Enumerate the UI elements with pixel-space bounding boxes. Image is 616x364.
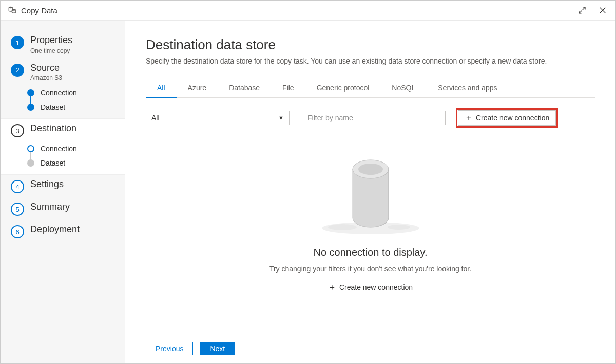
bullet-icon — [27, 159, 34, 167]
substep-label: Connection — [41, 145, 77, 153]
chevron-down-icon: ▼ — [278, 115, 284, 121]
empty-create-new-connection-button[interactable]: ＋ Create new connection — [328, 283, 413, 291]
bullet-icon — [27, 104, 34, 111]
tab-all[interactable]: All — [146, 79, 177, 98]
substep-label: Dataset — [41, 159, 65, 167]
step-number-badge: 4 — [11, 180, 24, 193]
step-title: Summary — [30, 201, 70, 213]
wizard-step-source[interactable]: 2 Source Amazon S3 Connection Dataset — [1, 58, 125, 119]
tab-services-and-apps[interactable]: Services and apps — [427, 79, 508, 98]
filter-type-dropdown[interactable]: All ▼ — [146, 111, 290, 125]
substep-label: Connection — [41, 89, 77, 97]
close-icon[interactable] — [596, 4, 609, 17]
step-number-badge: 6 — [11, 225, 24, 238]
step-title: Source — [30, 63, 62, 74]
empty-state: No connection to display. Try changing y… — [146, 141, 595, 291]
step-title: Destination — [30, 123, 76, 134]
substep-source-connection[interactable]: Connection — [27, 86, 118, 100]
main-panel: Destination data store Specify the desti… — [125, 21, 615, 363]
step-number-badge: 5 — [11, 203, 24, 216]
bullet-icon — [27, 145, 34, 152]
dropdown-value: All — [151, 114, 160, 122]
wizard-step-properties[interactable]: 1 Properties One time copy — [1, 31, 125, 58]
step-title: Properties — [30, 35, 72, 46]
empty-state-hint: Try changing your filters if you don't s… — [270, 265, 471, 273]
wizard-sidebar: 1 Properties One time copy 2 Source Amaz… — [1, 21, 125, 363]
step-subtitle: One time copy — [30, 47, 72, 54]
empty-database-icon — [314, 141, 427, 238]
step-subtitle: Amazon S3 — [30, 74, 62, 82]
next-button[interactable]: Next — [200, 342, 235, 355]
svg-point-1 — [12, 9, 16, 10]
wizard-step-summary[interactable]: 5 Summary — [1, 197, 125, 220]
create-new-connection-button[interactable]: ＋ Create new connection — [458, 110, 556, 126]
svg-point-3 — [328, 224, 357, 230]
step-number-badge: 1 — [11, 36, 24, 49]
wizard-step-deployment[interactable]: 6 Deployment — [1, 220, 125, 242]
tab-nosql[interactable]: NoSQL — [380, 79, 427, 98]
button-label: Create new connection — [476, 114, 549, 122]
wizard-footer: Previous Next — [125, 334, 615, 363]
empty-state-title: No connection to display. — [314, 247, 428, 258]
step-title: Deployment — [30, 224, 80, 235]
copy-data-icon — [8, 5, 17, 16]
window-title: Copy Data — [21, 6, 57, 15]
substep-source-dataset[interactable]: Dataset — [27, 100, 118, 114]
substep-destination-connection[interactable]: Connection — [27, 141, 118, 156]
filter-by-name-input[interactable] — [302, 111, 446, 125]
page-title: Destination data store — [146, 37, 595, 53]
tab-database[interactable]: Database — [218, 79, 271, 98]
tab-generic-protocol[interactable]: Generic protocol — [305, 79, 381, 98]
plus-icon: ＋ — [465, 114, 473, 122]
bullet-icon — [27, 89, 34, 96]
category-tabs: All Azure Database File Generic protocol… — [146, 79, 595, 98]
wizard-step-destination[interactable]: 3 Destination Connection Dataset — [1, 118, 125, 175]
wizard-step-settings[interactable]: 4 Settings — [1, 175, 125, 197]
previous-button[interactable]: Previous — [146, 342, 193, 355]
titlebar: Copy Data — [1, 1, 615, 21]
substep-label: Dataset — [41, 103, 65, 111]
step-number-badge: 3 — [11, 124, 24, 137]
page-description: Specify the destination data store for t… — [146, 57, 595, 65]
step-title: Settings — [30, 179, 64, 190]
tab-file[interactable]: File — [271, 79, 305, 98]
svg-point-6 — [358, 164, 383, 175]
plus-icon: ＋ — [328, 283, 336, 291]
tab-azure[interactable]: Azure — [177, 79, 218, 98]
substep-destination-dataset[interactable]: Dataset — [27, 156, 118, 170]
expand-icon[interactable] — [575, 4, 589, 17]
step-number-badge: 2 — [11, 64, 24, 77]
svg-point-0 — [9, 6, 13, 8]
svg-point-4 — [388, 225, 410, 230]
button-label: Create new connection — [339, 283, 413, 291]
